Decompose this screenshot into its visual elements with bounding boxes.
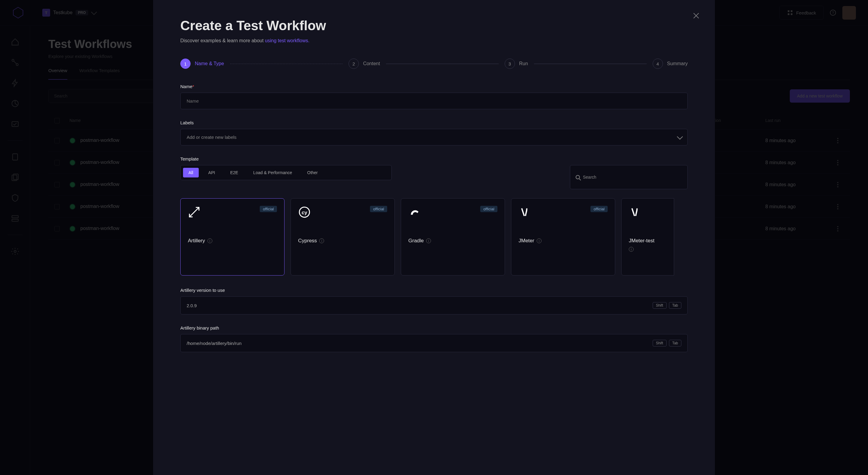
artillery-icon (188, 206, 200, 218)
search-icon (576, 175, 580, 179)
step-label: Run (519, 61, 528, 66)
filter-load[interactable]: Load & Performance (248, 168, 298, 177)
wizard-stepper: 1 Name & Type 2 Content 3 Run 4 Summary (180, 59, 688, 69)
labels-placeholder: Add or create new labels (187, 135, 237, 140)
workflows-docs-link[interactable]: using test workflows. (265, 38, 310, 43)
step-label: Content (363, 61, 380, 66)
cypress-icon: cy (298, 206, 311, 218)
keyboard-hints: Shift Tab (653, 340, 681, 346)
info-icon[interactable]: i (426, 238, 431, 243)
binary-field-label: Artillery binary path (180, 325, 688, 331)
close-icon[interactable] (692, 12, 700, 19)
kbd-tab: Tab (669, 302, 681, 309)
template-search-input[interactable]: Search (570, 165, 688, 189)
template-card-artillery[interactable]: official Artilleryi (180, 198, 284, 275)
template-card-jmeter[interactable]: official JMeteri (511, 198, 615, 275)
step-summary[interactable]: 4 Summary (653, 59, 688, 69)
labels-field-label: Labels (180, 120, 688, 125)
filter-other[interactable]: Other (302, 168, 323, 177)
name-field-label: Name* (180, 84, 688, 89)
jmeter-icon (519, 206, 531, 218)
template-card-gradle[interactable]: official Gradlei (401, 198, 505, 275)
step-number: 4 (653, 59, 663, 69)
step-label: Summary (667, 61, 688, 66)
template-name: Artillery (188, 238, 205, 244)
version-input[interactable]: 2.0.9 Shift Tab (180, 296, 688, 314)
modal-overlay: Create a Test Workflow Discover examples… (0, 0, 868, 475)
step-run[interactable]: 3 Run (505, 59, 528, 69)
official-badge: official (480, 206, 497, 212)
step-number: 3 (505, 59, 515, 69)
filter-e2e[interactable]: E2E (225, 168, 243, 177)
official-badge: official (260, 206, 277, 212)
version-value: 2.0.9 (187, 303, 196, 308)
step-number: 1 (180, 59, 191, 69)
step-connector (534, 64, 647, 64)
info-icon[interactable]: i (629, 247, 633, 252)
step-connector (386, 64, 499, 64)
template-name: JMeter (519, 238, 534, 244)
template-card-cypress[interactable]: cy official Cypressi (290, 198, 395, 275)
step-number: 2 (348, 59, 359, 69)
kbd-shift: Shift (653, 340, 666, 346)
info-icon[interactable]: i (319, 238, 324, 243)
template-field-label: Template (180, 156, 688, 162)
info-icon[interactable]: i (208, 238, 212, 243)
gradle-icon (408, 206, 421, 218)
binary-path-input[interactable]: /home/node/artillery/bin/run Shift Tab (180, 334, 688, 352)
template-cards: official Artilleryi cy official Cypressi… (180, 198, 688, 275)
workflow-name-input[interactable] (180, 93, 688, 109)
modal-subtitle: Discover examples & learn more about usi… (180, 38, 688, 43)
official-badge: official (590, 206, 608, 212)
search-placeholder: Search (583, 175, 596, 179)
create-workflow-modal: Create a Test Workflow Discover examples… (153, 0, 715, 475)
jmeter-icon (629, 206, 642, 218)
template-name: Gradle (408, 238, 424, 244)
filter-api[interactable]: API (203, 168, 221, 177)
svg-text:cy: cy (302, 210, 307, 215)
template-name: Cypress (298, 238, 317, 244)
chevron-down-icon (677, 133, 683, 139)
kbd-tab: Tab (669, 340, 681, 346)
modal-title: Create a Test Workflow (180, 18, 688, 33)
keyboard-hints: Shift Tab (653, 302, 681, 309)
official-badge: official (370, 206, 387, 212)
step-label: Name & Type (195, 61, 224, 66)
labels-select[interactable]: Add or create new labels (180, 129, 688, 145)
binary-value: /home/node/artillery/bin/run (187, 341, 242, 346)
info-icon[interactable]: i (537, 238, 541, 243)
version-field-label: Artillery version to use (180, 287, 688, 293)
kbd-shift: Shift (653, 302, 666, 309)
step-name-type[interactable]: 1 Name & Type (180, 59, 224, 69)
step-connector (230, 64, 343, 64)
template-name: JMeter-test (629, 238, 654, 244)
step-content[interactable]: 2 Content (348, 59, 380, 69)
filter-all[interactable]: All (183, 168, 199, 177)
template-filter-bar: All API E2E Load & Performance Other (180, 165, 392, 180)
template-card-jmeter-test[interactable]: JMeter-test i (621, 198, 674, 275)
